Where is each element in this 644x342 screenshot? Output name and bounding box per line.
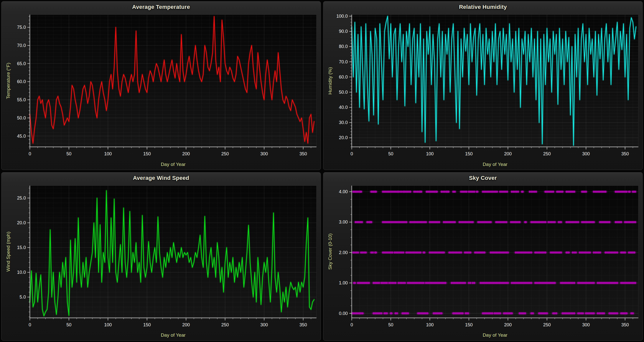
svg-text:10.0: 10.0 bbox=[17, 270, 26, 275]
svg-text:100.0: 100.0 bbox=[336, 14, 348, 19]
humidity-x-axis-title: Day of Year bbox=[483, 162, 507, 167]
svg-text:65.0: 65.0 bbox=[17, 61, 26, 66]
svg-text:75.0: 75.0 bbox=[17, 25, 26, 30]
wind-speed-panel: Average Wind Speed Wind Speed (mph) Day … bbox=[1, 172, 321, 341]
svg-text:55.0: 55.0 bbox=[17, 97, 26, 102]
svg-text:60.0: 60.0 bbox=[17, 79, 26, 84]
svg-text:25.0: 25.0 bbox=[17, 195, 26, 200]
svg-text:80.0: 80.0 bbox=[339, 44, 348, 49]
humidity-y-axis-title: Humidity (%) bbox=[327, 67, 333, 94]
humidity-chart-canvas[interactable]: 05010015020025030035020.030.040.050.060.… bbox=[323, 2, 642, 170]
svg-text:0: 0 bbox=[29, 322, 31, 327]
svg-text:350: 350 bbox=[621, 151, 629, 156]
svg-text:150: 150 bbox=[465, 322, 473, 327]
wind-speed-chart-title: Average Wind Speed bbox=[2, 175, 321, 181]
humidity-chart-title: Relative Humidity bbox=[323, 4, 642, 10]
svg-text:0: 0 bbox=[29, 151, 31, 156]
temperature-panel: Average Temperature Temperature (°F) Day… bbox=[1, 1, 321, 170]
svg-text:45.0: 45.0 bbox=[17, 134, 26, 139]
svg-text:350: 350 bbox=[299, 322, 307, 327]
humidity-panel: Relative Humidity Humidity (%) Day of Ye… bbox=[323, 1, 643, 170]
svg-text:0: 0 bbox=[350, 151, 353, 156]
svg-text:250: 250 bbox=[543, 151, 551, 156]
svg-text:60.0: 60.0 bbox=[339, 75, 348, 80]
svg-text:0.00: 0.00 bbox=[339, 311, 348, 316]
svg-text:250: 250 bbox=[221, 151, 229, 156]
svg-text:20.0: 20.0 bbox=[17, 220, 26, 225]
svg-text:3.00: 3.00 bbox=[339, 219, 348, 225]
svg-text:200: 200 bbox=[182, 151, 190, 156]
svg-text:50: 50 bbox=[388, 151, 393, 156]
svg-text:4.00: 4.00 bbox=[339, 189, 348, 194]
svg-text:350: 350 bbox=[299, 151, 307, 156]
svg-text:1.00: 1.00 bbox=[339, 280, 348, 285]
svg-text:350: 350 bbox=[621, 322, 629, 327]
svg-text:100: 100 bbox=[426, 151, 434, 156]
wind-speed-x-axis-title: Day of Year bbox=[161, 332, 185, 338]
svg-text:300: 300 bbox=[260, 322, 268, 327]
svg-text:200: 200 bbox=[504, 151, 512, 156]
dashboard-grid: Average Temperature Temperature (°F) Day… bbox=[0, 0, 644, 342]
svg-text:50: 50 bbox=[66, 322, 71, 327]
svg-text:2.00: 2.00 bbox=[339, 250, 348, 255]
svg-text:300: 300 bbox=[582, 151, 590, 156]
svg-text:150: 150 bbox=[143, 322, 151, 327]
svg-text:250: 250 bbox=[543, 322, 551, 327]
svg-text:70.0: 70.0 bbox=[339, 59, 348, 64]
svg-text:300: 300 bbox=[582, 322, 590, 327]
temperature-chart-canvas[interactable]: 05010015020025030035045.050.055.060.065.… bbox=[2, 2, 321, 170]
svg-text:250: 250 bbox=[221, 322, 229, 327]
svg-text:20.0: 20.0 bbox=[339, 135, 348, 140]
temperature-y-axis-title: Temperature (°F) bbox=[6, 63, 11, 99]
svg-text:15.0: 15.0 bbox=[17, 245, 26, 250]
svg-text:50.0: 50.0 bbox=[339, 90, 348, 95]
svg-text:0: 0 bbox=[350, 322, 353, 327]
svg-text:30.0: 30.0 bbox=[339, 120, 348, 125]
sky-cover-panel: Sky Cover Sky Cover (0-10) Day of Year 0… bbox=[323, 172, 643, 341]
sky-cover-y-axis-title: Sky Cover (0-10) bbox=[327, 233, 333, 270]
wind-speed-chart-canvas[interactable]: 0501001502002503003505.010.015.020.025.0 bbox=[2, 173, 321, 341]
sky-cover-chart-canvas[interactable]: 0501001502002503003500.001.002.003.004.0… bbox=[323, 173, 642, 341]
svg-text:50: 50 bbox=[66, 151, 71, 156]
svg-text:50: 50 bbox=[388, 322, 393, 327]
svg-text:200: 200 bbox=[182, 322, 190, 327]
svg-text:100: 100 bbox=[104, 322, 112, 327]
svg-text:300: 300 bbox=[260, 151, 268, 156]
sky-cover-chart-title: Sky Cover bbox=[323, 175, 642, 181]
svg-text:40.0: 40.0 bbox=[339, 105, 348, 110]
svg-text:50.0: 50.0 bbox=[17, 115, 26, 120]
svg-text:70.0: 70.0 bbox=[17, 43, 26, 48]
temperature-chart-title: Average Temperature bbox=[2, 4, 321, 10]
wind-speed-y-axis-title: Wind Speed (mph) bbox=[6, 232, 11, 272]
svg-text:150: 150 bbox=[143, 151, 151, 156]
temperature-x-axis-title: Day of Year bbox=[161, 162, 185, 167]
svg-text:90.0: 90.0 bbox=[339, 29, 348, 34]
svg-text:150: 150 bbox=[465, 151, 473, 156]
svg-text:5.0: 5.0 bbox=[19, 295, 26, 300]
svg-text:100: 100 bbox=[104, 151, 112, 156]
sky-cover-x-axis-title: Day of Year bbox=[483, 332, 507, 338]
svg-text:100: 100 bbox=[426, 322, 434, 327]
svg-text:200: 200 bbox=[504, 322, 512, 327]
